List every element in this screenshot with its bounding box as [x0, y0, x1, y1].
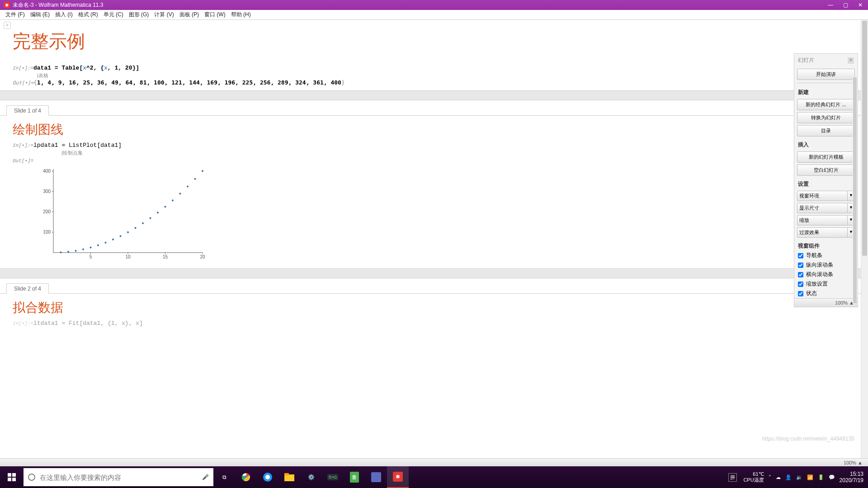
zoom-level[interactable]: 100%	[844, 460, 856, 465]
new-slide-template-button[interactable]: 新的幻灯片模板	[797, 151, 855, 163]
svg-point-46	[265, 475, 270, 479]
out-value-1: {1, 4, 9, 16, 25, 36, 49, 64, 81, 100, 1…	[33, 79, 345, 86]
menu-panel[interactable]: 面板 (P)	[177, 11, 202, 19]
svg-point-25	[112, 239, 114, 240]
svg-point-36	[194, 178, 196, 180]
minimize-button[interactable]: —	[828, 2, 833, 8]
close-button[interactable]: ✕	[858, 2, 863, 8]
notebook-scrollbar[interactable]	[861, 20, 868, 458]
tray-chevron-up-icon[interactable]: ˄	[769, 474, 771, 480]
menu-bar: 文件 (F) 编辑 (E) 插入 (I) 格式 (R) 单元 (C) 图形 (G…	[0, 10, 868, 20]
svg-rect-48	[284, 473, 289, 475]
editor-app-icon[interactable]	[365, 466, 387, 488]
svg-point-18	[60, 252, 62, 253]
tray-wifi-icon[interactable]: 📶	[807, 474, 813, 480]
in-code-2[interactable]: lpdata1 = ListPlot[data1]	[33, 142, 122, 149]
cpu-temp-widget[interactable]: 61℃CPU温度	[743, 471, 764, 483]
settings-icon[interactable]: ⚙️	[300, 466, 322, 488]
svg-rect-39	[12, 473, 16, 477]
svg-text:200: 200	[43, 209, 51, 214]
mathematica-taskbar-icon[interactable]: ✱	[387, 466, 409, 488]
new-classic-slideshow-button[interactable]: 新的经典幻灯片 ...	[797, 99, 855, 110]
search-input[interactable]	[40, 474, 197, 481]
menu-insert[interactable]: 插入 (I)	[52, 11, 75, 19]
panel-scrollbar[interactable]	[853, 77, 857, 289]
notebook[interactable]: + 完整示例 In[•]:= data1 = Table[x^2, {x, 1,…	[0, 20, 868, 466]
svg-text:5: 5	[90, 254, 92, 259]
recycle-app-icon[interactable]: 🗑	[344, 466, 365, 488]
task-view-icon[interactable]: ⧉	[213, 466, 235, 488]
menu-graphics[interactable]: 图形 (G)	[126, 11, 152, 19]
menu-evaluate[interactable]: 计算 (V)	[151, 11, 176, 19]
svg-point-20	[75, 250, 77, 252]
blank-slide-button[interactable]: 空白幻灯片	[797, 164, 855, 176]
menu-edit[interactable]: 编辑 (E)	[28, 11, 52, 19]
watermark-text: https://blog.csdn.net/weixin_44949135	[762, 436, 854, 442]
tray-volume-icon[interactable]: 🔉	[796, 474, 802, 480]
svg-point-22	[90, 247, 92, 249]
tray-battery-icon[interactable]: 🔋	[818, 474, 824, 480]
start-presentation-button[interactable]: 开始演讲	[797, 69, 855, 80]
checkbox-vscroll[interactable]	[798, 263, 803, 268]
checkbox-zoomset[interactable]	[798, 282, 803, 287]
svg-rect-47	[284, 474, 294, 481]
windows-icon	[8, 473, 16, 481]
hint-listplot: |绘制点集	[0, 150, 868, 156]
maximize-button[interactable]: ▢	[843, 2, 848, 8]
checkbox-hscroll[interactable]	[798, 272, 803, 277]
panel-zoom-bar: 100% ▲	[794, 298, 858, 307]
section-full-example: 完整示例	[0, 20, 868, 64]
menu-cell[interactable]: 单元 (C)	[101, 11, 126, 19]
windows-taskbar: 🎤 ⧉ ⚙️ S>G 🗑 ✱ 拼 61℃CPU温度 ˄ ☁ 👤 🔉 📶 🔋 💬 …	[0, 466, 868, 488]
svg-point-34	[179, 193, 181, 195]
checkbox-status[interactable]	[798, 291, 803, 296]
slide-tab-2[interactable]: Slide 2 of 4	[6, 283, 49, 294]
panel-close-icon[interactable]: ✕	[848, 57, 854, 64]
slide-tab-1[interactable]: Slide 1 of 4	[6, 105, 49, 116]
svg-text:15: 15	[163, 254, 168, 259]
screen-env-dropdown[interactable]: 视窗环境▼	[797, 191, 855, 201]
tray-user-icon[interactable]: 👤	[785, 474, 792, 480]
tray-notification-icon[interactable]: 💬	[829, 474, 835, 480]
qq-browser-icon[interactable]	[257, 466, 278, 488]
file-explorer-icon[interactable]	[278, 466, 300, 488]
svg-point-28	[135, 227, 137, 229]
menu-format[interactable]: 格式 (R)	[75, 11, 101, 19]
menu-file[interactable]: 文件 (F)	[3, 11, 28, 19]
panel-title: 幻灯片	[798, 56, 848, 64]
input-row-2[interactable]: In[•]:= lpdata1 = ListPlot[data1]	[0, 141, 868, 150]
svg-app-icon[interactable]: S>G	[322, 466, 344, 488]
content-area: + 完整示例 In[•]:= data1 = Table[x^2, {x, 1,…	[0, 20, 868, 466]
convert-to-slideshow-button[interactable]: 转换为幻灯片	[797, 112, 855, 123]
menu-window[interactable]: 窗口 (W)	[202, 11, 228, 19]
svg-point-26	[120, 235, 122, 237]
input-row-3-partial[interactable]: In[•]:= ltdata1 = Fit[data1, {1, x}, x]	[0, 319, 868, 328]
mic-icon[interactable]: 🎤	[197, 474, 213, 480]
hint-table: |表格	[0, 72, 868, 79]
ime-indicator[interactable]: 拼	[726, 466, 739, 488]
out-label-1: Out[•]=	[13, 79, 33, 86]
tray-onedrive-icon[interactable]: ☁	[776, 474, 781, 480]
in-code-3[interactable]: ltdata1 = Fit[data1, {1, x}, x]	[33, 320, 143, 327]
in-label-3: In[•]:=	[13, 320, 33, 326]
svg-point-32	[165, 206, 166, 207]
zoom-dropdown[interactable]: 缩放▼	[797, 215, 855, 225]
toc-button[interactable]: 目录	[797, 125, 855, 136]
output-row-2: Out[•]=	[0, 156, 868, 164]
menu-help[interactable]: 帮助 (H)	[228, 11, 254, 19]
checkbox-navbar[interactable]	[798, 253, 803, 258]
input-row-1[interactable]: In[•]:= data1 = Table[x^2, {x, 1, 20}]	[0, 64, 868, 72]
in-code-1[interactable]: data1 = Table[x^2, {x, 1, 20}]	[33, 65, 139, 71]
taskbar-clock[interactable]: 15:132020/7/19	[840, 471, 863, 484]
chrome-icon[interactable]	[235, 466, 257, 488]
svg-point-35	[187, 186, 189, 188]
panel-section-settings: 设置	[794, 178, 858, 189]
start-button[interactable]	[0, 466, 24, 488]
cortana-icon[interactable]	[24, 473, 40, 481]
transition-dropdown[interactable]: 过渡效果▼	[797, 227, 855, 238]
display-size-dropdown[interactable]: 显示尺寸▼	[797, 203, 855, 213]
svg-point-37	[202, 170, 203, 172]
svg-point-33	[172, 199, 174, 201]
taskbar-search[interactable]: 🎤	[24, 468, 213, 486]
add-cell-button[interactable]: +	[4, 22, 11, 29]
